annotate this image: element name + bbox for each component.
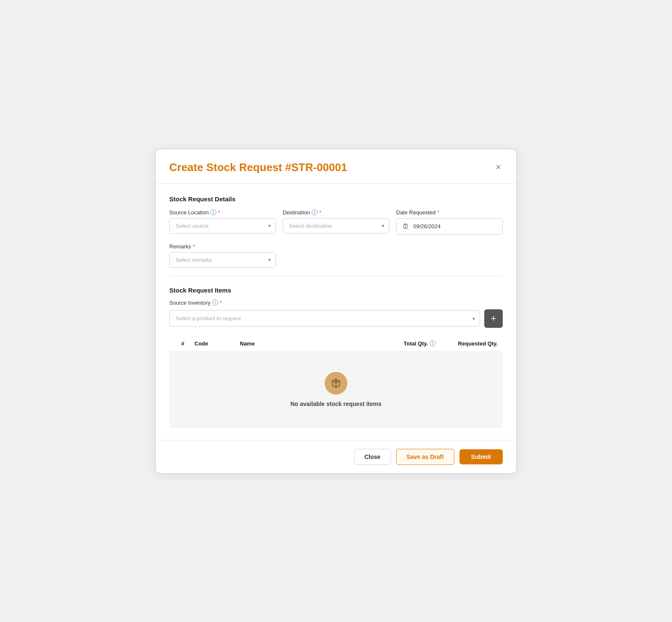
date-required: *	[437, 209, 439, 216]
destination-required: *	[319, 209, 321, 216]
modal-close-button[interactable]: ×	[494, 161, 503, 174]
col-header-number: #	[174, 340, 191, 347]
destination-label: Destination i *	[283, 209, 389, 216]
details-section: Stock Request Details Source Location i …	[169, 195, 503, 268]
inventory-label: Source Inventory i *	[169, 300, 503, 306]
section-divider	[169, 276, 503, 277]
destination-group: Destination i * Select destination ▾	[283, 209, 389, 235]
modal-title-prefix: Create Stock Request #	[169, 161, 291, 174]
modal-overlay: Create Stock Request #STR-00001 × Stock …	[0, 115, 672, 507]
empty-state-text: No available stock request items	[290, 401, 381, 407]
submit-button[interactable]: Submit	[459, 449, 503, 464]
product-select-row: Select a product to request ▾ +	[169, 309, 503, 328]
empty-state-icon	[325, 372, 347, 395]
table-empty-state: No available stock request items	[169, 351, 503, 428]
add-icon: +	[491, 313, 496, 324]
source-info-icon: i	[210, 209, 216, 215]
col-header-name: Name	[240, 340, 373, 347]
col-header-code: Code	[194, 340, 236, 347]
source-select[interactable]: Select source	[169, 218, 276, 234]
date-requested-label: Date Requested *	[396, 209, 503, 216]
close-icon: ×	[496, 163, 501, 172]
source-select-wrapper: Select source ▾	[169, 218, 276, 234]
inventory-required: *	[220, 300, 222, 306]
details-form-row-1: Source Location i * Select source ▾	[169, 209, 503, 235]
product-select-wrapper: Select a product to request ▾	[169, 310, 480, 327]
date-value: 09/26/2024	[413, 223, 441, 229]
remarks-group: Remarks * Select remarks ▾	[169, 243, 276, 268]
modal-title: Create Stock Request #STR-00001	[169, 161, 347, 174]
calendar-icon: 🗓	[402, 223, 409, 230]
close-button[interactable]: Close	[354, 449, 391, 465]
total-qty-info-icon: i	[430, 340, 436, 346]
modal-title-id: STR-00001	[291, 161, 347, 174]
add-product-button[interactable]: +	[484, 309, 503, 328]
source-location-group: Source Location i * Select source ▾	[169, 209, 276, 235]
table-header: # Code Name Total Qty. i Requested Qty.	[169, 336, 503, 351]
col-header-requested-qty: Requested Qty.	[439, 340, 498, 347]
items-section-title: Stock Request Items	[169, 287, 503, 294]
destination-select-wrapper: Select destination ▾	[283, 218, 389, 234]
remarks-required: *	[193, 243, 195, 250]
source-required: *	[218, 209, 220, 216]
modal-body: Stock Request Details Source Location i …	[156, 184, 516, 440]
source-location-label: Source Location i *	[169, 209, 276, 216]
modal-dialog: Create Stock Request #STR-00001 × Stock …	[155, 149, 517, 474]
modal-footer: Close Save as Draft Submit	[156, 440, 516, 473]
details-section-title: Stock Request Details	[169, 195, 503, 203]
product-select[interactable]: Select a product to request	[169, 310, 480, 327]
remarks-label: Remarks *	[169, 243, 276, 250]
destination-select[interactable]: Select destination	[283, 218, 389, 234]
date-requested-group: Date Requested * 🗓 09/26/2024	[396, 209, 503, 235]
remarks-select-wrapper: Select remarks ▾	[169, 252, 276, 268]
col-header-total-qty: Total Qty. i	[377, 340, 436, 347]
remarks-select[interactable]: Select remarks	[169, 252, 276, 268]
details-form-row-2: Remarks * Select remarks ▾	[169, 243, 503, 268]
date-input-wrapper[interactable]: 🗓 09/26/2024	[396, 218, 503, 235]
items-section: Stock Request Items Source Inventory i *…	[169, 287, 503, 428]
modal-header: Create Stock Request #STR-00001 ×	[156, 149, 516, 184]
save-draft-button[interactable]: Save as Draft	[396, 449, 454, 465]
destination-info-icon: i	[312, 209, 318, 215]
inventory-info-icon: i	[212, 300, 218, 306]
